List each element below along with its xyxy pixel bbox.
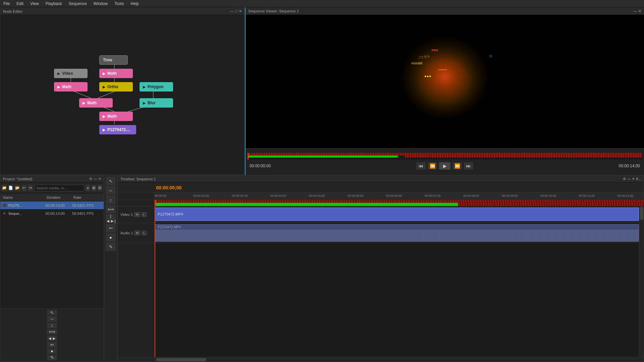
item-duration: 00:00:14;00 [45,212,72,216]
node-editor-title-label: Node Editor [3,9,22,13]
list-item[interactable]: ⬛ P1270... 00:00:14;00 59.9401 FPS [0,201,104,209]
top-section: Node Editor — □ ✕ [0,7,644,175]
node-blur[interactable]: ▶ Blur [140,98,173,108]
track-scrollbar-v[interactable] [639,206,644,357]
col-duration-header: Duration [45,195,72,199]
project-minimize[interactable]: — [94,177,97,181]
node-math3-label: Math [87,101,97,105]
video-clip[interactable]: P1270472.MP4 [155,207,639,221]
menu-tools[interactable]: Tools [111,1,127,7]
tool-pen2[interactable]: ✎ [106,242,116,251]
node-editor-maximize[interactable]: □ [235,9,237,13]
menu-help[interactable]: Help [127,1,142,7]
viewer-minimize[interactable]: — [633,9,637,13]
node-polygon[interactable]: ▶ Polygon [140,82,173,92]
audio-lock-btn[interactable]: L [142,231,147,235]
menu-file[interactable]: File [0,1,13,7]
item-name: Seque... [8,212,45,216]
item-name: P1270... [8,203,45,207]
node-time-label: Time [103,58,112,62]
viewer-fast-forward[interactable]: ⏩ [452,162,462,170]
tool-undo2[interactable]: ↩ [106,224,116,232]
tool-ripple2[interactable]: |◄►| [106,214,116,223]
menu-sequence[interactable]: Sequence [65,1,90,7]
node-connections [0,15,245,175]
timeline-minimize[interactable]: — [627,177,631,181]
audio-track-name: Audio 1 [120,231,133,235]
svg-line-4 [98,92,114,98]
lock-btn[interactable]: L [142,212,147,217]
grid-view-btn[interactable]: ⊞ [92,185,96,191]
node-math3[interactable]: ▶ Math [79,98,113,108]
menu-window[interactable]: Window [90,1,111,7]
node-math1[interactable]: ▶ Math [99,69,133,78]
node-editor-minimize[interactable]: — [230,9,234,13]
node-output[interactable]: ▶ P1270472.... [99,125,136,134]
tool-move-v[interactable]: ↕ [106,195,116,204]
node-editor-titlebar: Node Editor — □ ✕ [0,8,245,15]
tool-pen[interactable]: ✎ [47,355,57,360]
node-time[interactable]: Time [99,55,128,65]
node-math4[interactable]: ▶ Math [99,112,133,121]
node-math2[interactable]: ▶ Math [54,82,88,92]
node-output-label: P1270472.... [107,127,130,132]
timeline-close[interactable]: ✕ [632,177,635,181]
tool-link[interactable]: ↩ [47,342,57,347]
tool-select[interactable]: ↖ [47,310,57,315]
node-polygon-arrow: ▶ [143,85,146,89]
timeline-panel: Timeline: Sequence 1 ⚙ — ✕ A... 00:00:00… [117,175,644,362]
list-item[interactable]: ≡ Seque... 00:00:14;00 59.9401 FPS [0,209,104,218]
scrollbar-thumb[interactable] [156,358,206,361]
node-video[interactable]: ▶ Video [54,69,88,78]
icon-view-btn[interactable]: ⊟ [98,185,102,191]
open-button[interactable]: 📂 [15,185,20,191]
tool-zoom[interactable]: ↕ [47,323,57,328]
node-ortho-arrow: ▶ [103,85,105,89]
tool-extend[interactable]: ⟺ [47,329,57,335]
audio-mute-btn[interactable]: M [134,231,140,235]
track-area[interactable]: P1270472.MP4 P1270472.MP4 [155,206,639,357]
audio-clip[interactable]: P1270472.MP4 [155,224,639,242]
viewer-play[interactable]: ▶ [439,162,450,170]
viewer-current-time: 00:00:00:00 [250,164,271,168]
viewer-close[interactable]: ✕ [638,9,641,13]
redo-button[interactable]: ↪ [28,185,33,191]
search-input[interactable] [35,185,84,191]
col-rate-header: Rate [72,195,99,199]
menu-view[interactable]: View [27,1,42,7]
viewer-skip-end[interactable]: ⏭ [464,162,473,170]
node-ortho[interactable]: ▶ Ortho [99,82,133,92]
video-track-area[interactable]: P1270472.MP4 [155,206,639,223]
tool-move[interactable]: ↔ [47,316,57,321]
sequence-viewer-title-label: Sequence Viewer: Sequence 1 [248,9,299,13]
audio-track-area[interactable]: P1270472.MP4 [155,223,639,243]
menu-edit[interactable]: Edit [13,1,27,7]
viewer-controls-row: 00:00:00:00 ⏮ ⏪ ▶ ⏩ ⏭ 00:00:14;00 [247,161,643,171]
node-canvas: Time ▶ Video ▶ Math ▶ Math ▶ Ortho [0,15,245,175]
mute-btn[interactable]: M [134,212,140,217]
undo-button[interactable]: ↩ [21,185,27,191]
viewer-rewind[interactable]: ⏪ [428,162,437,170]
node-editor-close[interactable]: ✕ [239,9,242,13]
video-file-icon: ⬛ [2,203,7,208]
new-bin-button[interactable]: 📁 [2,185,7,191]
timeline-scrollbar-h[interactable] [118,357,644,362]
tool-record2[interactable]: ● [106,233,116,242]
project-settings[interactable]: ⚙ [89,177,92,181]
tools-panel: ↖ ↔ ↕ ⟺ |◄►| ↩ ● ✎ [104,175,117,362]
project-list: ⬛ P1270... 00:00:14;00 59.9401 FPS ≡ Seq… [0,201,104,308]
sequence-viewer: Sequence Viewer: Sequence 1 — ✕ ごとなら ■■■… [245,7,644,175]
tool-record[interactable]: ● [47,349,57,354]
menu-playback[interactable]: Playback [42,1,65,7]
tool-ripple[interactable]: ◄► [47,336,57,341]
viewer-skip-start[interactable]: ⏮ [416,162,426,170]
viewer-timeline-bar[interactable] [247,153,643,160]
tool-move-h[interactable]: ↔ [106,186,116,195]
tool-extend2[interactable]: ⟺ [106,205,116,214]
list-view-btn[interactable]: ≡ [86,185,90,191]
node-math4-arrow: ▶ [103,115,105,118]
timeline-settings[interactable]: ⚙ [623,177,626,181]
new-item-button[interactable]: 📄 [8,185,14,191]
project-close[interactable]: ✕ [98,177,101,181]
tool-arrow[interactable]: ↖ [106,177,116,185]
